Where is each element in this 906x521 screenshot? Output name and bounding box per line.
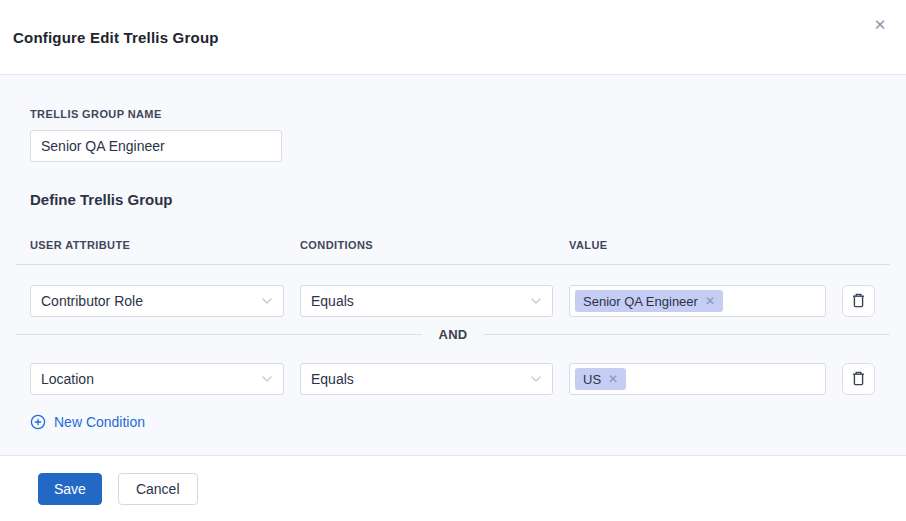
attribute-select-value: Location xyxy=(41,371,94,387)
trash-icon xyxy=(851,292,866,311)
value-tag: Senior QA Engineer ✕ xyxy=(575,290,723,312)
define-trellis-group-heading: Define Trellis Group xyxy=(30,191,876,208)
header-divider xyxy=(16,264,890,265)
cancel-button[interactable]: Cancel xyxy=(118,473,198,505)
delete-condition-button-row1[interactable] xyxy=(842,285,875,317)
column-header-value: VALUE xyxy=(569,239,826,251)
column-header-user-attribute: USER ATTRIBUTE xyxy=(30,239,284,251)
chevron-down-icon xyxy=(530,297,542,305)
condition-select-value: Equals xyxy=(311,371,354,387)
and-operator-label: AND xyxy=(422,327,483,342)
condition-column-headers: USER ATTRIBUTE CONDITIONS VALUE xyxy=(30,239,876,251)
attribute-select-value: Contributor Role xyxy=(41,293,143,309)
close-icon: ✕ xyxy=(874,16,887,33)
value-input-row2[interactable]: US ✕ xyxy=(569,363,826,395)
new-condition-label: New Condition xyxy=(54,414,145,430)
trellis-group-name-label: TRELLIS GROUP NAME xyxy=(30,108,876,120)
and-separator: AND xyxy=(16,327,890,342)
value-tag: US ✕ xyxy=(575,368,626,390)
close-button[interactable]: ✕ xyxy=(869,14,891,36)
attribute-select-row2[interactable]: Location xyxy=(30,363,284,395)
condition-select-row1[interactable]: Equals xyxy=(300,285,553,317)
configure-trellis-group-modal: Configure Edit Trellis Group ✕ TRELLIS G… xyxy=(0,0,906,521)
condition-row: Location Equals US ✕ xyxy=(30,363,876,395)
chevron-down-icon xyxy=(261,375,273,383)
condition-select-row2[interactable]: Equals xyxy=(300,363,553,395)
modal-title: Configure Edit Trellis Group xyxy=(13,29,219,46)
divider xyxy=(484,334,890,335)
chevron-down-icon xyxy=(530,375,542,383)
condition-row: Contributor Role Equals Senior QA Engine… xyxy=(30,285,876,317)
value-tag-label: Senior QA Engineer xyxy=(583,294,698,309)
plus-circle-icon xyxy=(30,414,46,430)
attribute-select-row1[interactable]: Contributor Role xyxy=(30,285,284,317)
modal-footer: Save Cancel xyxy=(0,455,906,521)
column-header-conditions: CONDITIONS xyxy=(300,239,553,251)
chevron-down-icon xyxy=(261,297,273,305)
remove-tag-icon[interactable]: ✕ xyxy=(608,372,618,386)
new-condition-link[interactable]: New Condition xyxy=(30,414,145,430)
condition-select-value: Equals xyxy=(311,293,354,309)
divider xyxy=(16,334,422,335)
remove-tag-icon[interactable]: ✕ xyxy=(705,294,715,308)
trellis-group-name-input[interactable] xyxy=(30,130,282,162)
modal-body: TRELLIS GROUP NAME Define Trellis Group … xyxy=(0,75,906,455)
save-button[interactable]: Save xyxy=(38,473,102,505)
delete-condition-button-row2[interactable] xyxy=(842,363,875,395)
value-tag-label: US xyxy=(583,372,601,387)
modal-header: Configure Edit Trellis Group ✕ xyxy=(0,0,906,75)
trash-icon xyxy=(851,370,866,389)
value-input-row1[interactable]: Senior QA Engineer ✕ xyxy=(569,285,826,317)
